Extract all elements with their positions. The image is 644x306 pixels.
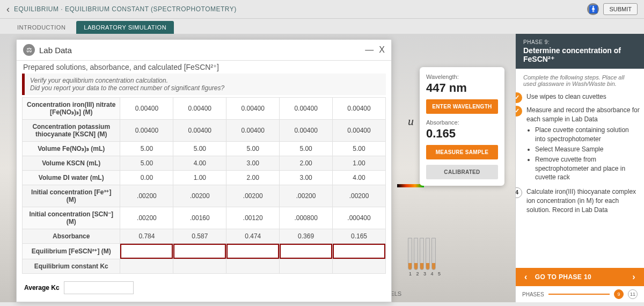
- row-label: Volume Fe(NO₃)₃ (mL): [23, 142, 120, 156]
- phase-dot-last[interactable]: 11: [628, 289, 638, 299]
- step-text: Calculate iron(III) thiocyanate complex …: [522, 187, 640, 214]
- row-label: Equilibrium constant Kc: [23, 259, 120, 274]
- phase-step: ✓Measure and record the absorbance for e…: [516, 106, 640, 183]
- cell-value: 2.00: [226, 171, 280, 185]
- cell-value: 0.00400: [333, 98, 386, 120]
- test-tube-rack[interactable]: [408, 238, 436, 270]
- cell-value: 0.369: [280, 229, 333, 244]
- test-tube[interactable]: [408, 238, 412, 270]
- step-text: Measure and record the absorbance for ea…: [522, 106, 640, 183]
- check-icon: ✓: [516, 106, 522, 116]
- equilibrium-fescn-input[interactable]: [120, 244, 173, 259]
- cell-value: 5.00: [226, 142, 280, 156]
- equilibrium-fescn-input[interactable]: [226, 244, 279, 259]
- step-bullet: Select Measure Sample: [535, 145, 640, 154]
- phase-label: PHASE 9:: [523, 39, 636, 45]
- phase-title: Determine concentration of FeSCN²⁺: [523, 46, 636, 63]
- data-table: Concentration iron(III) nitrate [Fe(NO₃)…: [22, 97, 386, 274]
- cell-value: 0.00400: [173, 120, 226, 142]
- phase-progress-line: [548, 294, 610, 295]
- row-label: Volume DI water (mL): [23, 171, 120, 185]
- step-bullet: Remove cuvette from spectrophotometer an…: [535, 155, 640, 182]
- test-tube[interactable]: [431, 238, 436, 270]
- cell-value: [120, 259, 173, 274]
- cell-value: 0.00400: [226, 98, 280, 120]
- row-label: Concentration potassium thiocyanate [KSC…: [23, 120, 120, 142]
- submit-button[interactable]: SUBMIT: [603, 3, 638, 15]
- cell-value: 0.00400: [280, 98, 333, 120]
- row-label: Initial concentration [SCN⁻] (M): [23, 207, 120, 229]
- wavelength-value: 447 nm: [426, 81, 498, 95]
- cell-value: 0.00400: [280, 120, 333, 142]
- row-label: Initial concentration [Fe³⁺] (M): [23, 185, 120, 207]
- cell-value: 0.587: [173, 229, 226, 244]
- step-text: Use wipes to clean cuvettes: [522, 92, 640, 101]
- breadcrumb: EQUILIBRIUM · EQUILIBRIUM CONSTANT (SPEC…: [14, 5, 587, 13]
- cell-value: .000800: [280, 207, 333, 229]
- cell-value: 2.00: [280, 156, 333, 171]
- row-label: Concentration iron(III) nitrate [Fe(NO₃)…: [23, 98, 120, 120]
- cell-value: .000400: [333, 207, 386, 229]
- phase-next-button[interactable]: ›: [629, 272, 639, 282]
- average-kc-label: Average Kc: [24, 284, 60, 292]
- test-tube[interactable]: [426, 238, 430, 270]
- phase-nav-label[interactable]: GO TO PHASE 10: [531, 273, 630, 281]
- cell-value: 3.00: [280, 171, 333, 185]
- tab-simulation[interactable]: LABORATORY SIMULATION: [76, 21, 174, 34]
- minimize-icon[interactable]: —: [365, 45, 374, 55]
- row-label: Absorbance: [23, 229, 120, 244]
- cell-value: [333, 259, 386, 274]
- phase-description: Complete the following steps. Place all …: [516, 69, 644, 92]
- absorbance-value: 0.165: [426, 127, 498, 141]
- scene-decor: u: [408, 114, 414, 128]
- check-icon: ✓: [516, 92, 522, 103]
- spectrophotometer-panel: Wavelength: 447 nm ENTER WAVELENGTH Abso…: [420, 67, 504, 186]
- measure-sample-button[interactable]: MEASURE SAMPLE: [426, 145, 498, 159]
- phase-prev-button[interactable]: ‹: [521, 272, 531, 282]
- back-arrow-icon[interactable]: ‹: [6, 4, 10, 15]
- equilibrium-fescn-input[interactable]: [280, 244, 332, 259]
- tab-introduction[interactable]: INTRODUCTION: [10, 21, 73, 34]
- panel-title: Lab Data: [39, 46, 365, 55]
- phases-footer-label: PHASES: [522, 292, 544, 297]
- equilibrium-fescn-input[interactable]: [173, 244, 226, 259]
- cell-value: 5.00: [173, 142, 226, 156]
- cell-value: .00200: [226, 185, 280, 207]
- warning-box: Verify your equilibrium concentration ca…: [22, 74, 386, 95]
- equilibrium-fescn-input[interactable]: [333, 244, 385, 259]
- test-tube[interactable]: [420, 238, 424, 270]
- cell-value: .00200: [120, 185, 173, 207]
- average-kc-input[interactable]: [64, 281, 134, 294]
- cell-value: 3.00: [226, 156, 280, 171]
- panel-subtitle: Prepared solutions, absorbance, and calc…: [17, 61, 391, 72]
- cell-value: 0.00400: [173, 98, 226, 120]
- lab-data-panel: ⚖ Lab Data — X Prepared solutions, absor…: [16, 39, 392, 302]
- cell-value: 1.00: [333, 156, 386, 171]
- cell-value: 0.00400: [226, 120, 280, 142]
- phase-step: ✓Use wipes to clean cuvettes: [516, 92, 640, 101]
- cell-value: [173, 259, 226, 274]
- warning-line: Did you report your data to the correct …: [30, 84, 380, 92]
- cell-value: .00200: [173, 185, 226, 207]
- cell-value: 4.00: [333, 171, 386, 185]
- cell-value: 0.784: [120, 229, 173, 244]
- cell-value: 0.00: [120, 171, 173, 185]
- calibrated-button[interactable]: CALIBRATED: [426, 165, 498, 179]
- phase-dot-current[interactable]: 9: [614, 289, 624, 299]
- step-bullet: Place cuvette containing solution into s…: [535, 126, 640, 144]
- cell-value: 5.00: [120, 156, 173, 171]
- cell-value: 1.00: [173, 171, 226, 185]
- absorbance-label: Absorbance:: [426, 119, 498, 126]
- close-icon[interactable]: X: [379, 45, 385, 55]
- phase-panel: PHASE 9: Determine concentration of FeSC…: [515, 34, 644, 302]
- cell-value: 5.00: [280, 142, 333, 156]
- accessibility-icon[interactable]: 🚹: [587, 3, 599, 15]
- enter-wavelength-button[interactable]: ENTER WAVELENGTH: [426, 99, 498, 114]
- row-label: Equilibrium [FeSCN²⁺] (M): [23, 244, 120, 259]
- cell-value: .00160: [173, 207, 226, 229]
- step-number: 4: [516, 187, 522, 198]
- cell-value: .00200: [120, 207, 173, 229]
- cell-value: [226, 259, 280, 274]
- wavelength-label: Wavelength:: [426, 74, 498, 80]
- test-tube[interactable]: [414, 238, 418, 270]
